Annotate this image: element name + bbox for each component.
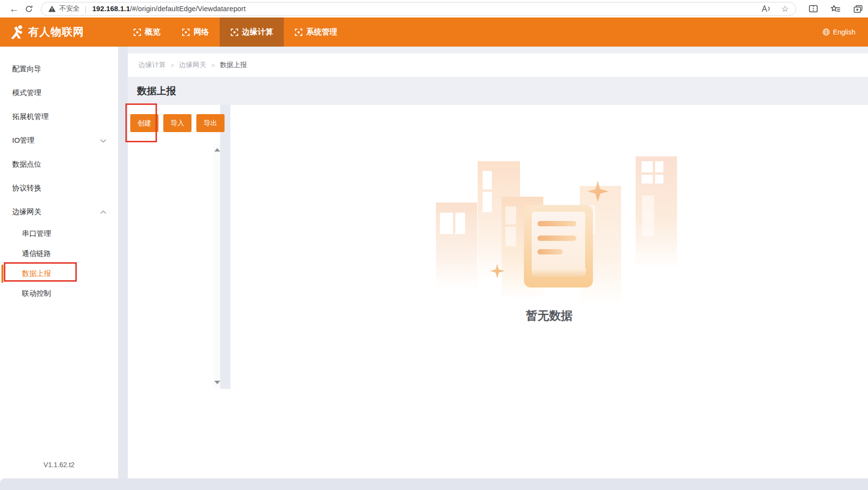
window-shape	[483, 192, 492, 212]
sidebar-item-io-management[interactable]: IO管理	[0, 129, 118, 152]
sidebar-item-data-report[interactable]: 数据上报	[0, 264, 118, 284]
window-shape	[455, 213, 465, 234]
chevron-down-icon	[100, 139, 106, 143]
sidebar: 配置向导 模式管理 拓展机管理 IO管理 数据点位 协议转换 边缘网关 串口管理…	[0, 47, 118, 478]
address-bar[interactable]: 不安全 | 192.168.1.1/#/origin/defaultEdge/V…	[41, 2, 796, 16]
top-navbar: 有人物联网 概览 网络 边缘计算 系统管理 Engli	[0, 17, 868, 47]
window-shape	[440, 213, 453, 234]
url-domain: 192.168.1.1	[92, 5, 130, 13]
chevron-up-icon	[100, 210, 106, 214]
content-area: 边缘计算 > 边缘网关 > 数据上报 数据上报 创建 导入 导出	[128, 47, 868, 478]
sidebar-item-mode-management[interactable]: 模式管理	[0, 81, 118, 105]
tab-network[interactable]: 网络	[171, 17, 220, 47]
page-footer-strip	[0, 478, 868, 490]
collections-button[interactable]	[831, 5, 841, 13]
tab-label: 网络	[193, 27, 209, 37]
sidebar-item-data-points[interactable]: 数据点位	[0, 152, 118, 176]
sidebar-item-label: 串口管理	[22, 229, 51, 238]
window-shape	[655, 161, 663, 172]
window-shape	[642, 196, 654, 237]
language-label: English	[833, 28, 855, 36]
globe-icon	[822, 28, 830, 36]
sidebar-item-config-wizard[interactable]: 配置向导	[0, 57, 118, 81]
sidebar-item-label: 联动控制	[22, 289, 51, 298]
warning-icon	[48, 5, 56, 12]
document-line	[538, 221, 576, 226]
import-button[interactable]: 导入	[163, 114, 191, 132]
export-button[interactable]: 导出	[196, 114, 225, 132]
sidebar-item-protocol-conversion[interactable]: 协议转换	[0, 176, 118, 200]
sidebar-item-linkage-control[interactable]: 联动控制	[0, 284, 118, 304]
nav-tabs: 概览 网络 边缘计算 系统管理	[122, 17, 348, 47]
window-shape	[505, 227, 516, 246]
browser-tools-button[interactable]	[853, 5, 863, 13]
refresh-icon	[25, 5, 33, 13]
viewfinder-icon	[182, 28, 190, 36]
document-fold	[532, 269, 586, 277]
tab-overview[interactable]: 概览	[122, 17, 171, 47]
language-switcher[interactable]: English	[822, 28, 868, 36]
scroll-down-icon[interactable]	[214, 381, 220, 384]
sidebar-item-edge-gateway[interactable]: 边缘网关	[0, 200, 118, 224]
sidebar-item-label: 模式管理	[12, 88, 41, 98]
tab-label: 概览	[145, 27, 160, 37]
browser-refresh-button[interactable]	[21, 1, 36, 16]
window-shape	[655, 175, 663, 184]
browser-back-button[interactable]: ←	[7, 1, 21, 16]
breadcrumb-separator: >	[211, 62, 215, 69]
screen: ← 不安全 | 192.168.1.1/#/origin/defaultEdge…	[0, 0, 868, 490]
brand-logo-icon	[9, 25, 24, 39]
sidebar-item-serial-management[interactable]: 串口管理	[0, 224, 118, 244]
scroll-up-icon[interactable]	[214, 148, 220, 152]
document-line	[538, 249, 563, 254]
tab-edge-computing[interactable]: 边缘计算	[220, 17, 284, 47]
sidebar-item-label: IO管理	[12, 136, 35, 145]
breadcrumb: 边缘计算 > 边缘网关 > 数据上报	[128, 53, 868, 77]
url-path: /#/origin/defaultEdge/Viewdatareport	[130, 5, 246, 13]
building-shape	[436, 203, 477, 289]
breadcrumb-item-edge-gateway[interactable]: 边缘网关	[179, 61, 207, 69]
brand-name: 有人物联网	[28, 25, 84, 39]
collections-icon	[831, 5, 841, 13]
app-body: 配置向导 模式管理 拓展机管理 IO管理 数据点位 协议转换 边缘网关 串口管理…	[0, 47, 868, 478]
report-list-column: 创建 导入 导出	[128, 105, 220, 478]
sidebar-content-divider	[118, 47, 128, 478]
tab-label: 边缘计算	[242, 27, 273, 37]
read-aloud-button[interactable]	[761, 5, 771, 13]
browser-tools-icon	[853, 5, 863, 13]
sidebar-item-label: 数据上报	[22, 269, 51, 278]
sidebar-item-label: 边缘网关	[12, 207, 41, 217]
document-icon	[524, 205, 593, 287]
document-line	[538, 236, 576, 241]
tab-system-management[interactable]: 系统管理	[284, 17, 348, 47]
tab-label: 系统管理	[306, 27, 337, 37]
firmware-version: V1.1.62.t2	[0, 461, 118, 469]
brand: 有人物联网	[0, 25, 112, 39]
window-shape	[505, 206, 516, 224]
empty-state-illustration	[403, 146, 695, 306]
create-button[interactable]: 创建	[130, 114, 158, 132]
pill-divider: |	[85, 5, 87, 13]
sidebar-item-expansion-management[interactable]: 拓展机管理	[0, 105, 118, 129]
breadcrumb-separator: >	[171, 62, 174, 69]
sidebar-item-label: 数据点位	[12, 160, 41, 169]
empty-state: 暂无数据	[230, 105, 868, 478]
read-aloud-icon	[761, 5, 771, 13]
viewfinder-icon	[295, 28, 303, 36]
window-shape	[642, 175, 653, 184]
split-screen-icon	[809, 5, 818, 13]
url-text: 192.168.1.1/#/origin/defaultEdge/Viewdat…	[92, 5, 246, 13]
empty-state-text: 暂无数据	[526, 308, 573, 323]
list-scrollbar[interactable]	[214, 143, 220, 389]
site-security-chip[interactable]: 不安全	[48, 4, 85, 13]
breadcrumb-item-data-report: 数据上报	[220, 61, 247, 69]
sidebar-item-label: 配置向导	[12, 65, 41, 74]
title-row: 数据上报	[128, 77, 868, 105]
favorite-button[interactable]: ☆	[781, 5, 789, 13]
back-icon: ←	[9, 4, 19, 14]
sidebar-item-communication-link[interactable]: 通信链路	[0, 244, 118, 264]
split-screen-button[interactable]	[809, 5, 818, 13]
window-shape	[642, 161, 653, 172]
page-title: 数据上报	[137, 84, 176, 98]
breadcrumb-item-edge-computing[interactable]: 边缘计算	[139, 61, 166, 69]
